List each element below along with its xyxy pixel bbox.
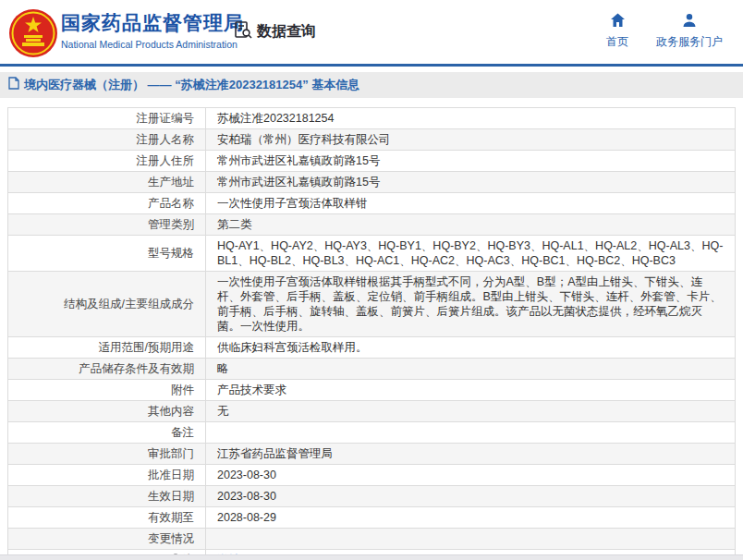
site-header: 国家药品监督管理局 National Medical Products Admi… xyxy=(0,0,743,67)
national-emblem-logo xyxy=(8,8,58,58)
row-label: 生效日期 xyxy=(148,489,194,504)
row-label: 审批部门 xyxy=(148,446,194,461)
table-row: 管理类别第二类 xyxy=(8,214,736,236)
table-row: 产品名称一次性使用子宫颈活体取样钳 xyxy=(8,193,736,214)
table-row: 附件产品技术要求 xyxy=(8,380,736,401)
row-value: 苏械注准20232181254 xyxy=(217,112,334,125)
row-value: 2028-08-29 xyxy=(217,511,276,524)
row-label: 注册证编号 xyxy=(137,111,195,126)
document-icon xyxy=(8,77,19,93)
table-row: 生产地址常州市武进区礼嘉镇政前路15号 xyxy=(8,172,736,193)
table-row: 注册证编号苏械注准20232181254 xyxy=(8,108,736,129)
table-row: 注册人住所常州市武进区礼嘉镇政前路15号 xyxy=(8,151,736,172)
org-name-cn: 国家药品监督管理局 xyxy=(61,10,244,36)
user-icon xyxy=(682,13,697,30)
row-label: 产品名称 xyxy=(148,196,194,211)
nav-item-home[interactable]: 首页 xyxy=(606,13,628,50)
breadcrumb: 境内医疗器械（注册） —— “苏械注准20232181254” 基本信息 xyxy=(0,72,743,98)
table-row: 生效日期2023-08-30 xyxy=(8,486,736,507)
breadcrumb-text: 境内医疗器械（注册） —— “苏械注准20232181254” 基本信息 xyxy=(24,77,359,93)
table-row: 其他内容无 xyxy=(8,401,736,422)
row-label: 其他内容 xyxy=(148,404,194,419)
row-value: 一次性使用子宫颈活体取样钳 xyxy=(217,197,368,210)
row-label: 批准日期 xyxy=(148,468,194,482)
nav-home-label: 首页 xyxy=(606,34,628,50)
data-query-tab[interactable]: 数据查询 xyxy=(234,20,316,43)
table-row: 变更情况 xyxy=(8,529,736,550)
row-value: 供临床妇科宫颈活检取样用。 xyxy=(217,341,368,354)
row-value: 一次性使用子宫颈活体取样钳根据其手柄型式不同，分为A型、B型；A型由上钳头、下钳… xyxy=(217,275,722,333)
table-row: 型号规格HQ-AY1、HQ-AY2、HQ-AY3、HQ-BY1、HQ-BY2、H… xyxy=(8,236,736,272)
nav-item-portal[interactable]: 政务服务门户 xyxy=(656,13,723,50)
row-label: 注册人住所 xyxy=(137,153,195,168)
row-value: 第二类 xyxy=(217,218,252,231)
nav-portal-label: 政务服务门户 xyxy=(656,34,723,50)
table-row: 有效期至2028-08-29 xyxy=(8,507,736,529)
table-row: 适用范围/预期用途供临床妇科宫颈活检取样用。 xyxy=(8,337,736,359)
data-query-label: 数据查询 xyxy=(257,22,316,42)
table-row: 批准日期2023-08-30 xyxy=(8,465,736,486)
row-value: 江苏省药品监督管理局 xyxy=(217,447,333,460)
row-label: 附件 xyxy=(171,383,194,397)
row-label: 备注 xyxy=(171,425,194,440)
row-label: 管理类别 xyxy=(148,217,194,232)
table-row: 审批部门江苏省药品监督管理局 xyxy=(8,444,736,465)
row-value: 安柏瑞（常州）医疗科技有限公司 xyxy=(217,133,391,146)
header-nav: 首页 政务服务门户 xyxy=(606,13,723,50)
row-label: 产品储存条件及有效期 xyxy=(79,361,194,376)
table-row: 结构及组成/主要组成成分一次性使用子宫颈活体取样钳根据其手柄型式不同，分为A型、… xyxy=(8,272,736,337)
row-label: 变更情况 xyxy=(148,531,194,546)
footer-strip xyxy=(0,554,743,560)
table-row: 备注 xyxy=(8,422,736,444)
row-value: 略 xyxy=(217,362,229,375)
row-value: 常州市武进区礼嘉镇政前路15号 xyxy=(217,154,380,167)
row-label: 结构及组成/主要组成成分 xyxy=(64,297,194,311)
document-search-icon xyxy=(234,20,253,43)
row-label: 有效期至 xyxy=(148,510,194,525)
row-value: 2023-08-30 xyxy=(217,490,276,503)
row-label: 适用范围/预期用途 xyxy=(99,340,194,355)
row-value: 2023-08-30 xyxy=(217,469,276,481)
home-icon xyxy=(610,13,626,30)
org-name-en: National Medical Products Administration xyxy=(61,38,244,52)
registration-info-table: 注册证编号苏械注准20232181254注册人名称安柏瑞（常州）医疗科技有限公司… xyxy=(7,107,736,560)
table-row: 产品储存条件及有效期略 xyxy=(8,359,736,380)
row-value: 常州市武进区礼嘉镇政前路15号 xyxy=(217,176,380,189)
site-title-block: 国家药品监督管理局 National Medical Products Admi… xyxy=(61,10,244,52)
row-label: 注册人名称 xyxy=(137,132,195,147)
row-value: 产品技术要求 xyxy=(217,383,286,396)
row-label: 型号规格 xyxy=(148,246,194,261)
row-label: 生产地址 xyxy=(148,175,194,189)
row-value: HQ-AY1、HQ-AY2、HQ-AY3、HQ-BY1、HQ-BY2、HQ-BY… xyxy=(217,239,723,267)
row-value: 无 xyxy=(217,405,229,418)
table-row: 注册人名称安柏瑞（常州）医疗科技有限公司 xyxy=(8,129,736,151)
